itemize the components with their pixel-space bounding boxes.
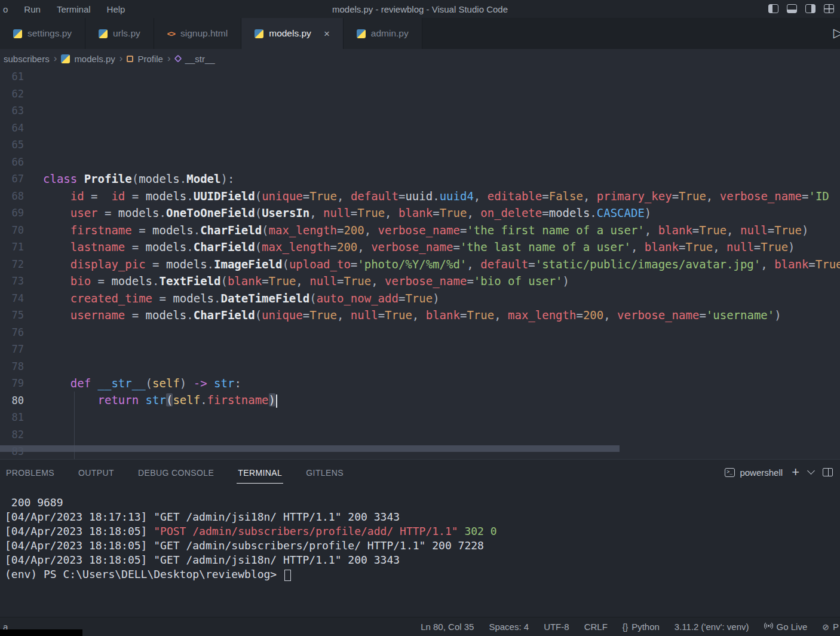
code-text: lastname = models.CharField(max_length=2… (27, 240, 795, 253)
breadcrumb-item-subscribers[interactable]: subscribers (4, 54, 50, 64)
status-encoding[interactable]: UTF-8 (544, 622, 569, 632)
circle-slash-icon: ⊘ (822, 622, 829, 632)
terminal-line-3: [04/Apr/2023 18:18:05] "POST /admin/subs… (5, 524, 840, 539)
menu-bar: oRunTerminalHelp (0, 4, 141, 14)
method-symbol-icon (174, 54, 182, 62)
line-number: 75 (0, 309, 27, 321)
tab-models.py[interactable]: models.py× (241, 18, 344, 49)
status-label: Python (631, 622, 660, 632)
code-line-71: 71 lastname = models.CharField(max_lengt… (0, 239, 840, 256)
tab-label: models.py (269, 28, 311, 39)
terminal-line-1: 200 9689 (5, 496, 840, 510)
breadcrumb-separator-icon: › (119, 53, 123, 65)
panel-tab-problems[interactable]: PROBLEMS (5, 460, 56, 484)
code-line-67: 67class Profile(models.Model): (0, 170, 840, 188)
status-language-mode[interactable]: {}Python (623, 622, 660, 632)
breadcrumb-label: subscribers (4, 54, 50, 64)
panel-tab-output[interactable]: OUTPUT (77, 460, 115, 484)
code-line-74: 74 created_time = models.DateTimeField(a… (0, 290, 840, 307)
tab-admin.py[interactable]: admin.py (344, 18, 422, 49)
status-cursor-position[interactable]: Ln 80, Col 35 (421, 622, 474, 632)
code-line-66: 66 (0, 154, 840, 171)
new-terminal-icon[interactable]: + (792, 466, 799, 479)
python-file-icon (99, 29, 108, 38)
tab-label: settings.py (27, 28, 72, 39)
line-number: 62 (0, 88, 27, 100)
tab-label: admin.py (371, 28, 409, 39)
line-number: 77 (0, 343, 27, 355)
toggle-panel-icon[interactable] (787, 4, 797, 13)
tab-label: signup.html (180, 28, 228, 39)
panel-tab-debug-console[interactable]: DEBUG CONSOLE (137, 460, 215, 484)
vscode-window: oRunTerminalHelp models.py - reviewblog … (0, 0, 840, 636)
terminal-output[interactable]: 200 9689[04/Apr/2023 18:17:13] "GET /adm… (5, 496, 840, 617)
status-label: UTF-8 (544, 622, 569, 632)
breadcrumb: subscribers›models.py›Profile›__str__ (0, 49, 840, 68)
code-line-79: 79 def __str__(self) -> str: (0, 375, 840, 392)
text-cursor (276, 395, 277, 408)
line-number: 70 (0, 224, 27, 236)
status-indentation[interactable]: Spaces: 4 (489, 622, 529, 632)
line-number: 74 (0, 292, 27, 304)
status-go-live[interactable]: Go Live (764, 622, 808, 632)
chevron-down-icon[interactable] (807, 467, 815, 475)
code-line-61: 61 (0, 68, 840, 85)
code-line-64: 64 (0, 120, 840, 137)
code-line-75: 75 username = models.CharField(unique=Tr… (0, 307, 840, 324)
breadcrumb-item-str[interactable]: __str__ (175, 54, 215, 64)
tab-signup.html[interactable]: <>signup.html (154, 18, 241, 49)
code-text: user = models.OneToOneField(UsersIn, nul… (27, 206, 651, 219)
breadcrumb-item-Profile[interactable]: Profile (127, 54, 163, 64)
breadcrumb-separator-icon: › (167, 53, 171, 65)
status-label: 3.11.2 ('env': venv) (675, 622, 749, 632)
customize-layout-icon[interactable] (824, 4, 834, 13)
code-line-62: 62 (0, 85, 840, 103)
code-text: firstname = models.CharField(max_length=… (27, 224, 808, 237)
status-python-interpreter[interactable]: 3.11.2 ('env': venv) (675, 622, 749, 632)
panel-tab-terminal[interactable]: TERMINAL (237, 460, 283, 484)
line-number: 81 (0, 411, 27, 423)
tab-urls.py[interactable]: urls.py (85, 18, 154, 49)
tab-settings.py[interactable]: settings.py (0, 18, 85, 49)
braces-icon: {} (623, 622, 628, 632)
menu-item-help[interactable]: Help (107, 4, 134, 14)
close-icon[interactable]: × (324, 29, 330, 39)
breadcrumb-label: Profile (137, 54, 163, 64)
terminal-line-5: [04/Apr/2023 18:18:05] "GET /admin/jsi18… (5, 553, 840, 567)
horizontal-scrollbar[interactable] (0, 445, 620, 452)
line-number: 64 (0, 122, 27, 134)
toggle-secondary-sidebar-icon[interactable] (805, 4, 816, 13)
code-line-77: 77 (0, 341, 840, 358)
code-line-72: 72 display_pic = models.ImageField(uploa… (0, 256, 840, 273)
class-symbol-icon (127, 56, 133, 62)
python-file-icon (13, 29, 22, 38)
status-eol-sequence[interactable]: CRLF (584, 622, 608, 632)
toggle-sidebar-icon[interactable] (768, 4, 778, 13)
shell-label: powershell (740, 467, 783, 478)
code-line-69: 69 user = models.OneToOneField(UsersIn, … (0, 204, 840, 222)
status-label: CRLF (584, 622, 608, 632)
code-lines: 61626364656667class Profile(models.Model… (0, 68, 840, 459)
line-number: 78 (0, 360, 27, 372)
line-number: 72 (0, 258, 27, 270)
line-number: 68 (0, 190, 27, 202)
panel-tabs: PROBLEMSOUTPUTDEBUG CONSOLETERMINALGITLE… (0, 460, 840, 484)
run-python-file-icon[interactable]: ▷ (833, 26, 840, 40)
shell-selector[interactable]: >_ powershell (725, 467, 783, 478)
breadcrumb-item-models.py[interactable]: models.py (61, 54, 115, 64)
menu-item-terminal[interactable]: Terminal (57, 4, 100, 14)
status-bar: a Ln 80, Col 35Spaces: 4UTF-8CRLF{}Pytho… (0, 617, 840, 636)
split-terminal-icon[interactable] (823, 468, 833, 476)
code-line-70: 70 firstname = models.CharField(max_leng… (0, 222, 840, 239)
line-number: 69 (0, 207, 27, 219)
menu-item-run[interactable]: Run (24, 4, 50, 14)
bottom-panel: PROBLEMSOUTPUTDEBUG CONSOLETERMINALGITLE… (0, 459, 840, 617)
title-bar: oRunTerminalHelp models.py - reviewblog … (0, 0, 840, 18)
status-notifications-partial[interactable]: ⊘P (822, 622, 839, 632)
terminal-icon: >_ (725, 468, 735, 477)
menu-item-o[interactable]: o (3, 4, 17, 14)
breadcrumb-separator-icon: › (54, 53, 57, 65)
code-editor[interactable]: 61626364656667class Profile(models.Model… (0, 68, 840, 459)
panel-tab-gitlens[interactable]: GITLENS (305, 460, 345, 484)
line-number: 76 (0, 326, 27, 338)
